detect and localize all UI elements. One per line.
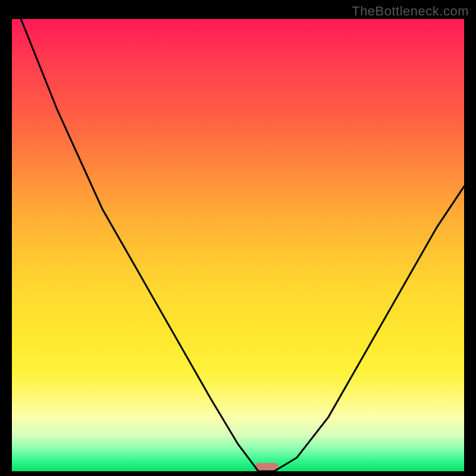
- watermark-text: TheBottleneck.com: [352, 4, 469, 19]
- plot-area: [12, 19, 464, 471]
- bottleneck-curve: [12, 19, 464, 471]
- chart-frame: TheBottleneck.com: [0, 0, 476, 476]
